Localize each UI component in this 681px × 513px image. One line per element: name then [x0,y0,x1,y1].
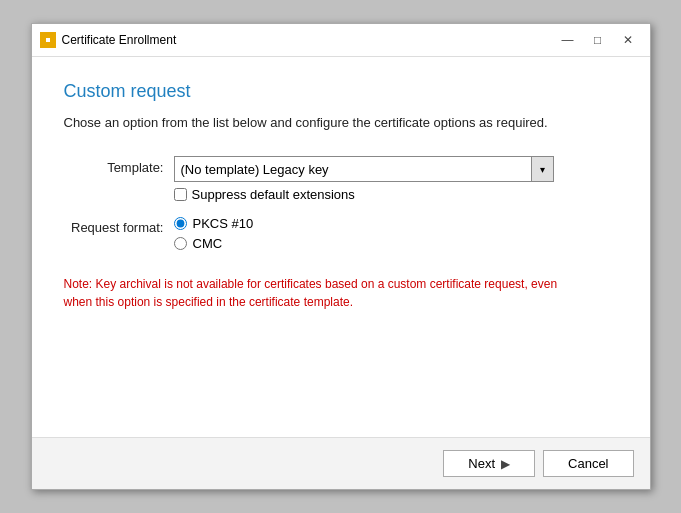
pkcs10-label[interactable]: PKCS #10 [193,216,254,231]
radio-cmc: CMC [174,236,618,251]
request-format-control-group: PKCS #10 CMC [174,216,618,251]
suppress-checkbox[interactable] [174,188,187,201]
chevron-down-icon: ▾ [540,164,545,175]
request-format-label: Request format: [64,216,174,235]
radio-group: PKCS #10 CMC [174,216,618,251]
cmc-label[interactable]: CMC [193,236,223,251]
title-bar: Certificate Enrollment — □ ✕ [32,24,650,57]
next-label: Next [468,456,495,471]
svg-rect-2 [46,38,50,42]
minimize-button[interactable]: — [554,30,582,50]
template-control-group: (No template) Legacy key ▾ Suppress defa… [174,156,618,202]
suppress-label[interactable]: Suppress default extensions [192,187,355,202]
template-dropdown-button[interactable]: ▾ [531,157,553,181]
cancel-button[interactable]: Cancel [543,450,633,477]
window-title: Certificate Enrollment [62,33,554,47]
maximize-button[interactable]: □ [584,30,612,50]
note-text: Note: Key archival is not available for … [64,275,564,311]
page-title: Custom request [64,81,618,102]
template-select-text: (No template) Legacy key [175,159,531,180]
template-label: Template: [64,156,174,175]
pkcs10-radio[interactable] [174,217,187,230]
window: Certificate Enrollment — □ ✕ Custom requ… [31,23,651,490]
footer: Next ▶ Cancel [32,437,650,489]
app-icon [40,32,56,48]
next-button[interactable]: Next ▶ [443,450,535,477]
suppress-checkbox-row: Suppress default extensions [174,187,618,202]
next-arrow-icon: ▶ [501,457,510,471]
template-select-wrapper[interactable]: (No template) Legacy key ▾ [174,156,554,182]
template-row: Template: (No template) Legacy key ▾ Sup… [64,156,618,202]
window-controls: — □ ✕ [554,30,642,50]
description-text: Chose an option from the list below and … [64,114,618,132]
close-button[interactable]: ✕ [614,30,642,50]
cmc-radio[interactable] [174,237,187,250]
request-format-row: Request format: PKCS #10 CMC [64,216,618,251]
radio-pkcs10: PKCS #10 [174,216,618,231]
content-area: Custom request Chose an option from the … [32,57,650,437]
